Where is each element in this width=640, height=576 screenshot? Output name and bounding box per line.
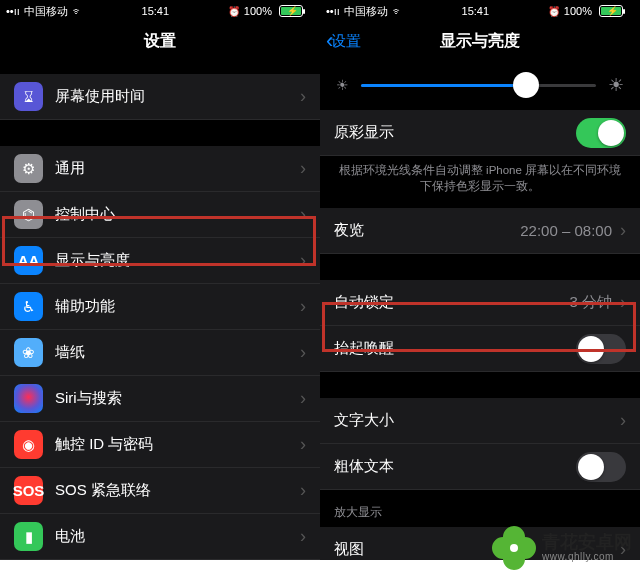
row-touchid-passcode[interactable]: ◉ 触控 ID 与密码 › bbox=[0, 422, 320, 468]
row-wallpaper[interactable]: ❀ 墙纸 › bbox=[0, 330, 320, 376]
navbar-display: ‹ 设置 显示与亮度 bbox=[320, 22, 640, 60]
sos-icon: SOS bbox=[14, 476, 43, 505]
status-bar: ••ıı 中国移动 ᯤ 15:41 ⏰ 100% ⚡ bbox=[0, 0, 320, 22]
wifi-icon: ᯤ bbox=[72, 5, 83, 17]
chevron-right-icon: › bbox=[300, 434, 306, 455]
true-tone-toggle[interactable] bbox=[576, 118, 626, 148]
chevron-right-icon: › bbox=[300, 526, 306, 547]
row-label: 屏幕使用时间 bbox=[55, 87, 300, 106]
status-time: 15:41 bbox=[462, 5, 490, 17]
signal-icon: ••ıı bbox=[326, 5, 340, 17]
carrier-label: 中国移动 bbox=[344, 4, 388, 19]
row-text-size[interactable]: 文字大小 › bbox=[320, 398, 640, 444]
battery-pct: 100% bbox=[564, 5, 592, 17]
row-accessibility[interactable]: ♿︎ 辅助功能 › bbox=[0, 284, 320, 330]
row-control-center[interactable]: ⌬ 控制中心 › bbox=[0, 192, 320, 238]
brand-domain: www.qhlly.com bbox=[542, 552, 632, 563]
alarm-icon: ⏰ bbox=[228, 6, 240, 17]
hourglass-icon: ⌛︎ bbox=[14, 82, 43, 111]
gear-icon: ⚙︎ bbox=[14, 154, 43, 183]
brand-name: 青花安卓网 bbox=[542, 533, 632, 552]
fingerprint-icon: ◉ bbox=[14, 430, 43, 459]
sun-min-icon: ☀︎ bbox=[336, 77, 349, 93]
page-title: 显示与亮度 bbox=[440, 31, 520, 52]
row-label: 粗体文本 bbox=[334, 457, 576, 476]
brightness-slider-row: ☀︎ ☀︎ bbox=[320, 60, 640, 110]
row-value: 3 分钟 bbox=[569, 293, 612, 312]
signal-icon: ••ıı bbox=[6, 5, 20, 17]
row-label: 辅助功能 bbox=[55, 297, 300, 316]
switches-icon: ⌬ bbox=[14, 200, 43, 229]
row-label: SOS 紧急联络 bbox=[55, 481, 300, 500]
row-siri-search[interactable]: Siri与搜索 › bbox=[0, 376, 320, 422]
row-label: 自动锁定 bbox=[334, 293, 569, 312]
row-label: 控制中心 bbox=[55, 205, 300, 224]
row-label: 抬起唤醒 bbox=[334, 339, 576, 358]
page-title: 设置 bbox=[144, 31, 176, 52]
row-true-tone: 原彩显示 bbox=[320, 110, 640, 156]
row-screentime[interactable]: ⌛︎ 屏幕使用时间 › bbox=[0, 74, 320, 120]
row-label: 原彩显示 bbox=[334, 123, 576, 142]
raise-to-wake-toggle[interactable] bbox=[576, 334, 626, 364]
chevron-right-icon: › bbox=[300, 388, 306, 409]
row-label: 电池 bbox=[55, 527, 300, 546]
brightness-slider[interactable] bbox=[361, 84, 596, 87]
wallpaper-icon: ❀ bbox=[14, 338, 43, 367]
row-battery[interactable]: ▮ 电池 › bbox=[0, 514, 320, 560]
sun-max-icon: ☀︎ bbox=[608, 74, 624, 96]
alarm-icon: ⏰ bbox=[548, 6, 560, 17]
carrier-label: 中国移动 bbox=[24, 4, 68, 19]
navbar-settings: 设置 bbox=[0, 22, 320, 60]
row-bold-text: 粗体文本 bbox=[320, 444, 640, 490]
row-label: 墙纸 bbox=[55, 343, 300, 362]
chevron-right-icon: › bbox=[620, 292, 626, 313]
chevron-right-icon: › bbox=[620, 410, 626, 431]
status-time: 15:41 bbox=[142, 5, 170, 17]
row-general[interactable]: ⚙︎ 通用 › bbox=[0, 146, 320, 192]
chevron-right-icon: › bbox=[300, 204, 306, 225]
battery-pct: 100% bbox=[244, 5, 272, 17]
row-value: 22:00 – 08:00 bbox=[520, 222, 612, 239]
back-label: 设置 bbox=[331, 32, 361, 51]
row-emergency-sos[interactable]: SOS SOS 紧急联络 › bbox=[0, 468, 320, 514]
row-display-brightness[interactable]: AA 显示与亮度 › bbox=[0, 238, 320, 284]
row-raise-to-wake: 抬起唤醒 bbox=[320, 326, 640, 372]
accessibility-icon: ♿︎ bbox=[14, 292, 43, 321]
chevron-right-icon: › bbox=[300, 86, 306, 107]
status-bar: ••ıı 中国移动 ᯤ 15:41 ⏰ 100% ⚡ bbox=[320, 0, 640, 22]
wifi-icon: ᯤ bbox=[392, 5, 403, 17]
battery-row-icon: ▮ bbox=[14, 522, 43, 551]
row-label: 文字大小 bbox=[334, 411, 620, 430]
chevron-right-icon: › bbox=[620, 220, 626, 241]
row-label: 夜览 bbox=[334, 221, 520, 240]
text-size-icon: AA bbox=[14, 246, 43, 275]
row-night-shift[interactable]: 夜览 22:00 – 08:00 › bbox=[320, 208, 640, 254]
row-label: 显示与亮度 bbox=[55, 251, 300, 270]
row-label: 触控 ID 与密码 bbox=[55, 435, 300, 454]
group-header-zoom: 放大显示 bbox=[320, 490, 640, 527]
true-tone-description: 根据环境光线条件自动调整 iPhone 屏幕以在不同环境下保持色彩显示一致。 bbox=[320, 156, 640, 208]
siri-icon bbox=[14, 384, 43, 413]
bold-text-toggle[interactable] bbox=[576, 452, 626, 482]
row-auto-lock[interactable]: 自动锁定 3 分钟 › bbox=[320, 280, 640, 326]
chevron-right-icon: › bbox=[300, 296, 306, 317]
row-label: Siri与搜索 bbox=[55, 389, 300, 408]
chevron-right-icon: › bbox=[300, 480, 306, 501]
chevron-right-icon: › bbox=[300, 250, 306, 271]
chevron-right-icon: › bbox=[300, 342, 306, 363]
chevron-right-icon: › bbox=[300, 158, 306, 179]
brand-logo-icon bbox=[492, 526, 536, 570]
row-label: 通用 bbox=[55, 159, 300, 178]
watermark: 青花安卓网 www.qhlly.com bbox=[492, 526, 632, 570]
back-button[interactable]: ‹ 设置 bbox=[326, 30, 361, 52]
